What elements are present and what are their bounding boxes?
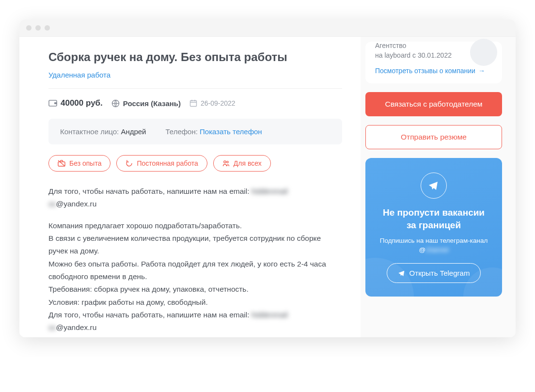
body-line: Условия: график работы на дому, свободны… <box>48 298 208 306</box>
tg-handle-at: @ <box>419 246 425 253</box>
window-dot <box>35 25 41 31</box>
people-icon <box>222 160 230 167</box>
telegram-icon <box>421 172 447 199</box>
company-card: Агентство на layboard с 30.01.2022 Посмо… <box>365 42 502 83</box>
chip-experience[interactable]: Без опыта <box>48 155 110 172</box>
job-description: Для того, чтобы начать работать, напишит… <box>48 185 342 334</box>
svg-rect-1 <box>54 102 57 104</box>
body-line: Для того, чтобы начать работать, напишит… <box>48 311 252 319</box>
salary-block: 40000 руб. <box>48 98 103 108</box>
tag-row: Без опыта Постоянная работа Для всех <box>48 155 342 172</box>
contact-employer-button[interactable]: Связаться с работодателем <box>365 92 502 116</box>
hidden-email-prefix: xx <box>48 321 56 334</box>
tg-title-line1: Не пропусти вакансии <box>383 207 485 218</box>
contact-box: Контактное лицо: Андрей Телефон: Показат… <box>48 119 342 144</box>
svg-point-6 <box>224 160 226 162</box>
main-content: Сборка ручек на дому. Без опыта работы У… <box>19 37 361 337</box>
intro-domain: @yandex.ru <box>56 200 97 208</box>
body-line: В связи с увеличением количества продукц… <box>48 234 321 255</box>
show-phone-link[interactable]: Показать телефон <box>200 127 262 136</box>
svg-rect-3 <box>190 101 197 107</box>
svg-point-7 <box>226 161 228 163</box>
open-telegram-label: Открыть Telegram <box>409 269 470 277</box>
window-dot <box>26 25 31 31</box>
chip-audience[interactable]: Для всех <box>213 155 271 172</box>
chip-employment[interactable]: Постоянная работа <box>116 155 207 172</box>
hidden-email: hiddenmail <box>252 185 288 198</box>
intro-text: Для того, чтобы начать работать, напишит… <box>48 187 252 195</box>
reviews-label: Посмотреть отзывы о компании <box>375 67 475 75</box>
tg-handle-hidden: channel <box>425 246 448 253</box>
body-line: Компания предлагает хорошо подработать/з… <box>48 221 242 230</box>
location-block: Россия (Казань) <box>111 99 181 108</box>
tg-title-line2: за границей <box>407 220 461 230</box>
hidden-email: hiddenmail <box>252 309 288 321</box>
chip-audience-label: Для всех <box>234 159 262 167</box>
job-title: Сборка ручек на дому. Без опыта работы <box>48 50 342 64</box>
briefcase-off-icon <box>58 160 65 167</box>
calendar-icon <box>189 99 197 107</box>
company-avatar <box>470 39 497 66</box>
arrow-right-icon: → <box>478 67 485 75</box>
contact-person-value: Андрей <box>121 127 146 136</box>
window-titlebar <box>19 19 516 37</box>
description-body: Компания предлагает хорошо подработать/з… <box>48 220 342 334</box>
contact-phone-label: Телефон: <box>166 127 198 136</box>
window-dot <box>45 25 50 31</box>
contact-person-label: Контактное лицо: <box>60 127 119 136</box>
date-block: 26-09-2022 <box>189 99 236 107</box>
contact-phone: Телефон: Показать телефон <box>166 127 262 136</box>
job-meta-row: 40000 руб. Россия (Казань) 26-09-2022 <box>48 98 342 108</box>
telegram-promo-card: Не пропусти вакансии за границей Подпиши… <box>365 158 502 297</box>
svg-line-5 <box>58 160 65 166</box>
telegram-title: Не пропусти вакансии за границей <box>376 206 491 231</box>
description-intro: Для того, чтобы начать работать, напишит… <box>48 185 342 211</box>
telegram-send-icon <box>398 269 406 277</box>
sidebar: Агентство на layboard с 30.01.2022 Посмо… <box>361 37 516 337</box>
date-value: 26-09-2022 <box>201 99 236 107</box>
open-telegram-button[interactable]: Открыть Telegram <box>387 263 481 283</box>
hidden-email-prefix: xx <box>48 198 56 210</box>
send-resume-button[interactable]: Отправить резюме <box>365 125 502 149</box>
globe-icon <box>111 99 120 108</box>
telegram-subtitle: Подпишись на наш телеграм-канал <box>376 237 491 244</box>
browser-window: Сборка ручек на дому. Без опыта работы У… <box>19 19 516 337</box>
refresh-icon <box>126 160 133 167</box>
salary-value: 40000 руб. <box>61 98 103 108</box>
location-value: Россия (Казань) <box>123 99 181 108</box>
body-line: Можно без опыта работы. Работа подойдет … <box>48 260 326 281</box>
chip-employment-label: Постоянная работа <box>137 159 198 167</box>
remote-work-link[interactable]: Удаленная работа <box>48 71 110 79</box>
wallet-icon <box>48 99 57 107</box>
contact-person: Контактное лицо: Андрей <box>60 127 146 136</box>
outro-domain: @yandex.ru <box>56 323 97 331</box>
body-line: Требования: сборка ручек на дому, упаков… <box>48 285 249 293</box>
page-viewport: Сборка ручек на дому. Без опыта работы У… <box>19 37 516 337</box>
divider <box>48 88 342 89</box>
chip-experience-label: Без опыта <box>69 159 101 167</box>
company-reviews-link[interactable]: Посмотреть отзывы о компании → <box>375 67 485 75</box>
telegram-handle: @channel <box>376 246 491 253</box>
